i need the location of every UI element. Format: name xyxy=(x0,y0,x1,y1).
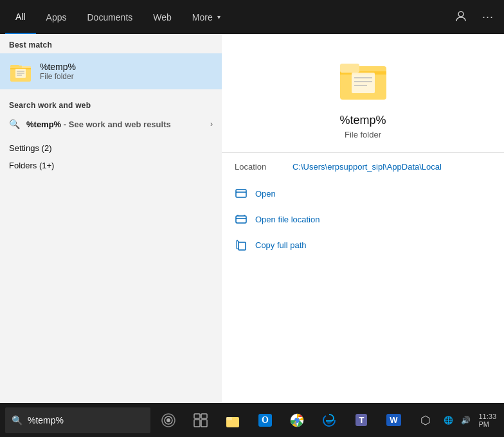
svg-rect-10 xyxy=(340,64,359,73)
taskbar-word-icon[interactable]: W xyxy=(378,405,409,436)
copy-icon xyxy=(235,238,248,251)
copy-full-path-action[interactable]: Copy full path xyxy=(228,233,498,256)
open-file-location-icon xyxy=(235,213,248,226)
tab-all-label: All xyxy=(15,12,26,22)
more-options-button[interactable]: ··· xyxy=(477,8,499,26)
taskbar-explorer-icon[interactable] xyxy=(217,405,248,436)
search-work-web-header: Search work and web xyxy=(0,94,222,114)
open-label: Open xyxy=(255,189,276,199)
taskbar-other-icon[interactable]: ⬡ xyxy=(410,405,441,436)
top-nav: All Apps Documents Web More ▾ ··· xyxy=(0,0,504,34)
taskbar-task-view-icon[interactable] xyxy=(185,405,216,436)
system-tray: 🌐 🔊 11:33 PM xyxy=(441,411,504,429)
tray-time: 11:33 PM xyxy=(476,411,499,429)
tab-more[interactable]: More ▾ xyxy=(182,0,231,34)
search-web-text: %temp% - See work and web results xyxy=(26,120,171,129)
search-icon: 🔍 xyxy=(9,119,20,129)
open-action[interactable]: Open xyxy=(228,182,498,205)
result-title: %temp% xyxy=(339,114,386,127)
best-match-name: %temp% xyxy=(40,62,76,72)
svg-rect-21 xyxy=(194,414,200,418)
nav-icons: ··· xyxy=(450,8,499,27)
settings-label: Settings (2) xyxy=(9,143,51,153)
search-suffix: - See work and web results xyxy=(64,120,171,129)
svg-rect-16 xyxy=(236,216,246,223)
main-content: Best match xyxy=(0,34,504,437)
svg-rect-24 xyxy=(201,420,207,427)
result-folder-icon xyxy=(338,53,389,105)
taskbar-cortana-icon[interactable] xyxy=(153,405,184,436)
open-file-location-label: Open file location xyxy=(255,215,320,224)
best-match-type: File folder xyxy=(40,72,76,81)
settings-section[interactable]: Settings (2) xyxy=(0,139,222,157)
svg-rect-22 xyxy=(201,414,207,418)
chevron-right-icon: › xyxy=(210,120,213,129)
open-icon xyxy=(235,187,248,200)
search-web-left: 🔍 %temp% - See work and web results xyxy=(9,119,171,129)
profile-button[interactable] xyxy=(450,8,472,27)
actions-list: Open Open file location xyxy=(222,182,504,256)
svg-rect-15 xyxy=(236,190,246,197)
location-row: Location C:\Users\erpsupport_sipl\AppDat… xyxy=(222,162,504,172)
taskbar-outlook-icon[interactable]: O xyxy=(249,405,280,436)
tab-web-label: Web xyxy=(153,12,172,22)
svg-rect-11 xyxy=(352,73,375,93)
taskbar-chrome-icon[interactable] xyxy=(282,405,312,436)
svg-rect-4 xyxy=(18,66,22,68)
right-panel: %temp% File folder Location C:\Users\erp… xyxy=(222,34,504,433)
search-work-web-section: Search work and web 🔍 %temp% - See work … xyxy=(0,89,222,139)
svg-rect-23 xyxy=(194,420,200,427)
taskbar-edge-icon[interactable] xyxy=(314,405,345,436)
svg-rect-17 xyxy=(239,242,246,250)
tab-more-label: More xyxy=(192,12,213,22)
result-subtitle: File folder xyxy=(345,130,381,139)
open-file-location-action[interactable]: Open file location xyxy=(228,208,498,231)
tab-apps[interactable]: Apps xyxy=(36,0,77,34)
folders-section[interactable]: Folders (1+) xyxy=(0,157,222,174)
chevron-down-icon: ▾ xyxy=(217,13,221,21)
best-match-item[interactable]: %temp% File folder xyxy=(0,53,222,89)
copy-full-path-label: Copy full path xyxy=(255,240,307,250)
tab-documents[interactable]: Documents xyxy=(76,0,143,34)
svg-rect-3 xyxy=(10,65,19,68)
folders-label: Folders (1+) xyxy=(9,161,54,170)
tray-clock: 11:33 PM xyxy=(478,413,496,428)
tab-all[interactable]: All xyxy=(5,0,36,34)
folder-icon xyxy=(9,60,32,83)
taskbar-search-input[interactable] xyxy=(28,415,144,425)
tab-web[interactable]: Web xyxy=(143,0,182,34)
svg-rect-26 xyxy=(226,417,232,420)
svg-point-20 xyxy=(166,418,170,422)
taskbar-icons: O T xyxy=(153,405,441,436)
location-label: Location xyxy=(235,162,280,172)
best-match-text: %temp% File folder xyxy=(40,62,76,81)
taskbar: 🔍 xyxy=(0,403,504,437)
taskbar-search-icon: 🔍 xyxy=(12,415,22,425)
location-path-link[interactable]: C:\Users\erpsupport_sipl\AppData\Local xyxy=(292,162,442,172)
taskbar-teams-icon[interactable]: T xyxy=(346,405,377,436)
tray-network[interactable]: 🌐 xyxy=(441,415,456,426)
tab-documents-label: Documents xyxy=(87,12,132,22)
left-panel: Best match xyxy=(0,34,222,433)
best-match-header: Best match xyxy=(0,34,222,53)
svg-point-0 xyxy=(458,12,464,17)
search-web-row[interactable]: 🔍 %temp% - See work and web results › xyxy=(0,114,222,134)
taskbar-search-bar[interactable]: 🔍 xyxy=(5,407,150,433)
tab-apps-label: Apps xyxy=(46,12,67,22)
divider xyxy=(222,152,504,153)
tray-volume[interactable]: 🔊 xyxy=(458,415,473,426)
